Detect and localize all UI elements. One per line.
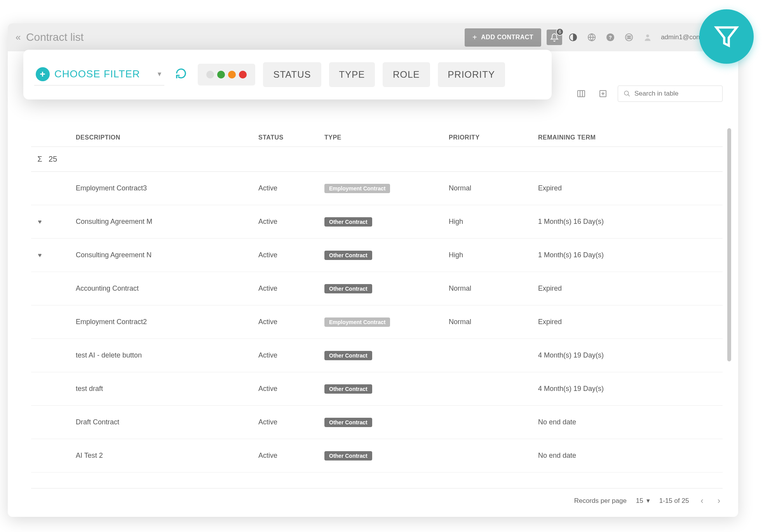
cell-remaining: Expired <box>538 184 723 192</box>
favorite-icon[interactable]: ♥ <box>31 252 49 259</box>
cell-status: Active <box>258 184 324 192</box>
cell-description: AI Test 2 <box>72 452 258 460</box>
dot-gray-icon <box>206 71 214 78</box>
filter-chip-type[interactable]: TYPE <box>329 62 375 87</box>
search-box[interactable] <box>618 85 723 102</box>
rows-container: Employment Contract3 Active Employment C… <box>31 172 723 473</box>
prev-page-button[interactable]: ‹ <box>698 496 706 506</box>
filter-chip-status[interactable]: STATUS <box>263 62 321 87</box>
records-per-page-label: Records per page <box>574 497 627 505</box>
table-header-row: DESCRIPTION STATUS TYPE PRIORITY REMAINI… <box>31 128 723 147</box>
choose-filter-dropdown[interactable]: + CHOOSE FILTER ▼ <box>34 64 164 85</box>
col-header-type[interactable]: TYPE <box>324 134 449 141</box>
table-row[interactable]: ♥ Consulting Agreement N Active Other Co… <box>31 239 723 272</box>
cell-remaining: No end date <box>538 452 723 460</box>
summary-row: Σ 25 <box>31 147 723 172</box>
user-icon[interactable] <box>640 30 655 45</box>
cell-type: Other Contract <box>324 217 449 227</box>
filter-popup: + CHOOSE FILTER ▼ STATUS TYPE ROLE PRIOR… <box>23 50 552 99</box>
next-page-button[interactable]: › <box>715 496 723 506</box>
export-icon[interactable] <box>596 87 610 101</box>
cell-priority: High <box>449 251 538 259</box>
cell-remaining: 4 Month(s) 19 Day(s) <box>538 351 723 359</box>
svg-point-8 <box>624 91 629 95</box>
cell-status: Active <box>258 385 324 393</box>
refresh-icon[interactable] <box>175 68 187 82</box>
cell-type: Other Contract <box>324 251 449 260</box>
svg-point-5 <box>646 35 649 37</box>
table-row[interactable]: Draft Contract Active Other Contract No … <box>31 406 723 439</box>
cell-description: Employment Contract2 <box>72 318 258 326</box>
cell-priority: Normal <box>449 284 538 293</box>
table-row[interactable]: Employment Contract2 Active Employment C… <box>31 305 723 339</box>
cell-status: Active <box>258 351 324 359</box>
page-title: Contract list <box>26 31 465 44</box>
page-size-select[interactable]: 15 ▾ <box>636 497 650 505</box>
add-contract-label: ADD CONTRACT <box>481 34 533 41</box>
contrast-icon[interactable] <box>565 30 581 45</box>
scrollbar-thumb[interactable] <box>727 128 731 361</box>
cell-status: Active <box>258 318 324 326</box>
header-bar: « Contract list + ADD CONTRACT 6 ? <box>8 23 738 51</box>
cell-status: Active <box>258 284 324 293</box>
back-button[interactable]: « <box>16 32 21 43</box>
toolbar-right <box>574 85 723 102</box>
cell-remaining: Expired <box>538 284 723 293</box>
svg-rect-6 <box>578 91 585 97</box>
cell-description: test AI - delete button <box>72 351 258 359</box>
table-row[interactable]: AI Test 2 Active Other Contract No end d… <box>31 439 723 473</box>
filter-chip-priority[interactable]: PRIORITY <box>438 62 505 87</box>
cell-status: Active <box>258 251 324 259</box>
svg-text:?: ? <box>609 35 612 40</box>
col-header-remaining[interactable]: REMAINING TERM <box>538 134 723 141</box>
cell-status: Active <box>258 218 324 226</box>
add-filter-icon: + <box>36 67 50 81</box>
cell-remaining: Expired <box>538 318 723 326</box>
caret-down-icon: ▾ <box>646 497 650 505</box>
book-icon[interactable] <box>621 30 637 45</box>
choose-filter-label: CHOOSE FILTER <box>54 68 140 80</box>
caret-down-icon: ▼ <box>157 71 163 78</box>
table-row[interactable]: test AI - delete button Active Other Con… <box>31 339 723 372</box>
columns-icon[interactable] <box>574 87 588 101</box>
filter-chip-role[interactable]: ROLE <box>383 62 430 87</box>
dot-green-icon <box>217 71 225 78</box>
dot-red-icon <box>239 71 247 78</box>
page-size-value: 15 <box>636 497 643 505</box>
language-icon[interactable] <box>584 30 599 45</box>
search-input[interactable] <box>634 90 717 98</box>
cell-priority: High <box>449 218 538 226</box>
add-contract-button[interactable]: + ADD CONTRACT <box>465 28 541 47</box>
favorite-icon[interactable]: ♥ <box>31 218 49 225</box>
cell-remaining: No end date <box>538 418 723 426</box>
pagination-footer: Records per page 15 ▾ 1-15 of 25 ‹ › <box>31 488 723 508</box>
table-row[interactable]: ♥ Consulting Agreement M Active Other Co… <box>31 205 723 239</box>
cell-description: test draft <box>72 385 258 393</box>
cell-type: Other Contract <box>324 451 449 460</box>
search-icon <box>624 90 631 97</box>
dot-orange-icon <box>228 71 236 78</box>
cell-remaining: 1 Month(s) 16 Day(s) <box>538 218 723 226</box>
notifications-icon[interactable]: 6 <box>547 30 562 45</box>
cell-description: Accounting Contract <box>72 284 258 293</box>
traffic-light-filter[interactable] <box>198 64 255 85</box>
cell-type: Other Contract <box>324 384 449 394</box>
page-range: 1-15 of 25 <box>659 497 689 505</box>
table-row[interactable]: Accounting Contract Active Other Contrac… <box>31 272 723 305</box>
col-header-description[interactable]: DESCRIPTION <box>72 134 258 141</box>
cell-type: Other Contract <box>324 418 449 427</box>
notification-badge: 6 <box>556 28 564 36</box>
cell-remaining: 4 Month(s) 19 Day(s) <box>538 385 723 393</box>
cell-priority: Normal <box>449 184 538 192</box>
table-row[interactable]: test draft Active Other Contract 4 Month… <box>31 372 723 406</box>
summary-count: 25 <box>49 155 72 164</box>
help-icon[interactable]: ? <box>603 30 618 45</box>
floating-filter-button[interactable] <box>699 9 754 64</box>
cell-status: Active <box>258 418 324 426</box>
funnel-icon <box>713 23 740 50</box>
col-header-priority[interactable]: PRIORITY <box>449 134 538 141</box>
col-header-status[interactable]: STATUS <box>258 134 324 141</box>
table-row[interactable]: Employment Contract3 Active Employment C… <box>31 172 723 205</box>
cell-type: Other Contract <box>324 284 449 293</box>
cell-status: Active <box>258 452 324 460</box>
